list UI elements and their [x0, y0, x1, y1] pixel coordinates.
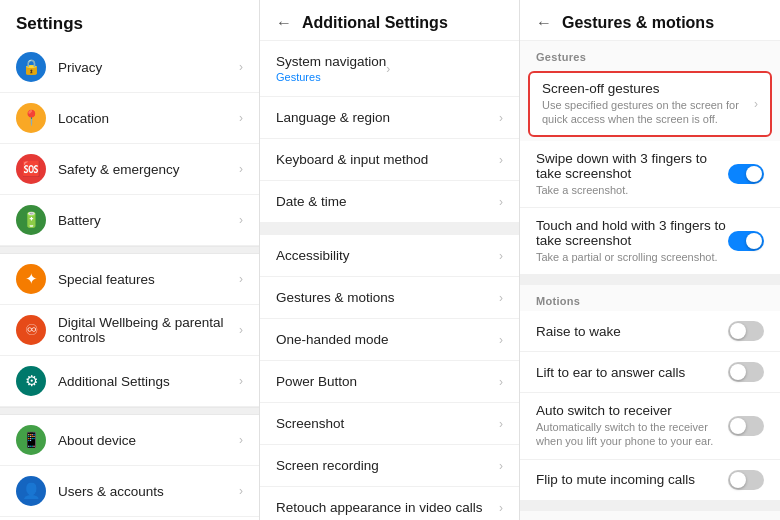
mid-item-keyboard[interactable]: Keyboard & input method › [260, 139, 519, 181]
toggle-knob [730, 364, 746, 380]
toggle-knob [730, 472, 746, 488]
right-panel: ← Gestures & motions Gestures Screen-off… [520, 0, 780, 520]
raise-text: Raise to wake [536, 324, 728, 339]
screen-off-desc: Use specified gestures on the screen for… [542, 98, 754, 127]
lang-label: Language & region [276, 110, 499, 125]
flip-text: Flip to mute incoming calls [536, 472, 728, 487]
right-title: Gestures & motions [562, 14, 714, 32]
wellbeing-label: Digital Wellbeing & parental controls [58, 315, 239, 345]
chevron-icon: › [239, 433, 243, 447]
recording-label: Screen recording [276, 458, 499, 473]
swipe-item[interactable]: Swipe down with 3 fingers to take screen… [520, 141, 780, 208]
touch-toggle[interactable] [728, 231, 764, 251]
mid-item-retouch[interactable]: Retouch appearance in video calls › [260, 487, 519, 520]
swipe-toggle[interactable] [728, 164, 764, 184]
special-icon: ✦ [16, 264, 46, 294]
datetime-label: Date & time [276, 194, 499, 209]
toggle-knob [730, 323, 746, 339]
flip-toggle[interactable] [728, 470, 764, 490]
accessibility-label: Accessibility [276, 248, 499, 263]
wellbeing-icon: ♾ [16, 315, 46, 345]
swipe-title: Swipe down with 3 fingers to take screen… [536, 151, 728, 181]
touch-title: Touch and hold with 3 fingers to take sc… [536, 218, 728, 248]
mid-back-button[interactable]: ← [276, 14, 292, 32]
autoswitch-text: Auto switch to receiver Automatically sw… [536, 403, 728, 449]
screen-off-gestures-item[interactable]: Screen-off gestures Use specified gestur… [528, 71, 772, 137]
right-spacer [520, 275, 780, 285]
autoswitch-item[interactable]: Auto switch to receiver Automatically sw… [520, 393, 780, 460]
power-label: Power Button [276, 374, 499, 389]
special-label: Special features [58, 272, 239, 287]
chevron-icon: › [239, 162, 243, 176]
chevron-icon: › [499, 153, 503, 167]
sidebar-item-location[interactable]: 📍 Location › [0, 93, 259, 144]
mid-item-power[interactable]: Power Button › [260, 361, 519, 403]
chevron-icon: › [239, 484, 243, 498]
chevron-icon: › [239, 272, 243, 286]
chevron-icon: › [239, 213, 243, 227]
chevron-icon: › [499, 501, 503, 515]
privacy-label: Privacy [58, 60, 239, 75]
chevron-icon: › [239, 60, 243, 74]
divider-2 [0, 407, 259, 415]
chevron-icon: › [239, 111, 243, 125]
right-back-button[interactable]: ← [536, 14, 552, 32]
chevron-icon: › [386, 62, 390, 76]
sidebar-item-about[interactable]: 📱 About device › [0, 415, 259, 466]
autoswitch-desc: Automatically switch to the receiver whe… [536, 420, 728, 449]
location-label: Location [58, 111, 239, 126]
touch-desc: Take a partial or scrolling screenshot. [536, 250, 728, 264]
mid-item-recording[interactable]: Screen recording › [260, 445, 519, 487]
swipe-text: Swipe down with 3 fingers to take screen… [536, 151, 728, 197]
mid-item-datetime[interactable]: Date & time › [260, 181, 519, 223]
sidebar-item-battery[interactable]: 🔋 Battery › [0, 195, 259, 246]
safety-icon: 🆘 [16, 154, 46, 184]
raise-toggle[interactable] [728, 321, 764, 341]
sidebar-item-wellbeing[interactable]: ♾ Digital Wellbeing & parental controls … [0, 305, 259, 356]
swipe-desc: Take a screenshot. [536, 183, 728, 197]
mid-item-lang[interactable]: Language & region › [260, 97, 519, 139]
additional-icon: ⚙ [16, 366, 46, 396]
toggle-knob [746, 166, 762, 182]
autoswitch-toggle[interactable] [728, 416, 764, 436]
toggle-knob [746, 233, 762, 249]
users-label: Users & accounts [58, 484, 239, 499]
mid-item-screenshot[interactable]: Screenshot › [260, 403, 519, 445]
flip-title: Flip to mute incoming calls [536, 472, 728, 487]
safety-label: Safety & emergency [58, 162, 239, 177]
mid-item-gestures[interactable]: Gestures & motions › [260, 277, 519, 319]
sidebar-item-safety[interactable]: 🆘 Safety & emergency › [0, 144, 259, 195]
mid-panel-header: ← Additional Settings [260, 0, 519, 41]
right-panel-header: ← Gestures & motions [520, 0, 780, 41]
lift-text: Lift to ear to answer calls [536, 365, 728, 380]
gestures-section-label: Gestures [520, 41, 780, 67]
raise-title: Raise to wake [536, 324, 728, 339]
sidebar-item-additional[interactable]: ⚙ Additional Settings › [0, 356, 259, 407]
chevron-icon: › [499, 333, 503, 347]
sidebar-item-users[interactable]: 👤 Users & accounts › [0, 466, 259, 517]
touch-item[interactable]: Touch and hold with 3 fingers to take sc… [520, 208, 780, 275]
lift-toggle[interactable] [728, 362, 764, 382]
flip-item[interactable]: Flip to mute incoming calls [520, 460, 780, 501]
chevron-icon: › [499, 249, 503, 263]
lift-item[interactable]: Lift to ear to answer calls [520, 352, 780, 393]
screen-off-title: Screen-off gestures [542, 81, 754, 96]
onehanded-label: One-handed mode [276, 332, 499, 347]
location-icon: 📍 [16, 103, 46, 133]
chevron-icon: › [499, 291, 503, 305]
nav-sub: Gestures [276, 71, 386, 83]
chevron-icon: › [239, 323, 243, 337]
raise-item[interactable]: Raise to wake [520, 311, 780, 352]
mid-spacer [260, 223, 519, 235]
battery-label: Battery [58, 213, 239, 228]
chevron-icon: › [499, 375, 503, 389]
right-note: On the cover screen, the only available … [520, 511, 780, 520]
sidebar-item-special[interactable]: ✦ Special features › [0, 254, 259, 305]
mid-item-onehanded[interactable]: One-handed mode › [260, 319, 519, 361]
mid-item-nav[interactable]: System navigation Gestures › [260, 41, 519, 97]
mid-item-accessibility[interactable]: Accessibility › [260, 235, 519, 277]
keyboard-label: Keyboard & input method [276, 152, 499, 167]
autoswitch-title: Auto switch to receiver [536, 403, 728, 418]
sidebar-item-privacy[interactable]: 🔒 Privacy › [0, 42, 259, 93]
gestures-label: Gestures & motions [276, 290, 499, 305]
